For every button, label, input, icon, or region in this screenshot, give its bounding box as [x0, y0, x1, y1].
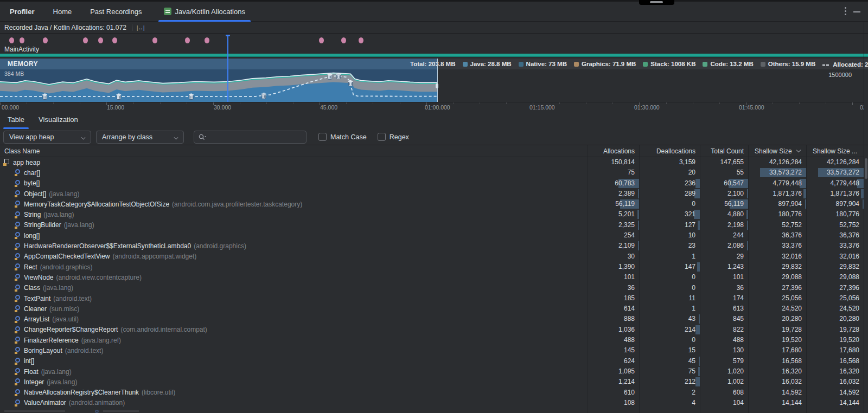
value-text: 17,680 [839, 345, 859, 356]
value-cell: 1,002 [700, 377, 748, 387]
gc-event-icon[interactable] [328, 73, 333, 79]
table-row[interactable]: AppCompatCheckedTextView(androidx.appcom… [0, 251, 864, 262]
allocation-event-dot[interactable] [341, 37, 346, 43]
table-row[interactable]: TextPaint(android.text)1851117425,05625,… [0, 293, 864, 304]
view-tab-visualization[interactable]: Visualization [39, 110, 78, 129]
value-text: 29 [737, 251, 744, 262]
allocation-event-dot[interactable] [98, 37, 103, 43]
table-row[interactable]: BoringLayout(android.text)1451513017,680… [0, 345, 864, 356]
table-row[interactable]: Integer(java.lang)1,2142121,00216,03216,… [0, 377, 864, 387]
value-cell: 147 [639, 262, 700, 272]
memory-chart[interactable]: 384 MB 1500000 [0, 69, 868, 102]
memory-header-selected-region [0, 59, 437, 69]
column-header-shallow-size[interactable]: Shallow Size [748, 147, 806, 155]
minimize-icon[interactable] [853, 11, 860, 12]
gc-event-icon[interactable] [336, 73, 341, 79]
tab-past-recordings[interactable]: Past Recordings [88, 2, 144, 22]
table-row[interactable]: app heap150,8143,159147,65542,126,28442,… [0, 157, 864, 167]
memory-legend: Total: 203.8 MBJava: 28.8 MBNative: 73 M… [410, 59, 868, 69]
table-row[interactable]: NativeAllocationRegistry$CleanerThunk(li… [0, 388, 864, 398]
table-row[interactable]: Rect(android.graphics)1,3901471,24329,83… [0, 262, 864, 272]
value-text: 29,832 [782, 262, 802, 272]
table-row[interactable]: StringBuilder(java.lang)2,3251272,19852,… [0, 220, 864, 230]
table-row[interactable]: String(java.lang)5,2013214,880180,776180… [0, 209, 864, 220]
value-text: 2,325 [618, 220, 635, 230]
tab-java-kotlin-allocations[interactable]: Java/Kotlin Allocations [158, 2, 251, 22]
gc-event-icon[interactable] [42, 94, 47, 100]
heap-select[interactable]: View app heap [3, 131, 91, 144]
column-header-shallow-size-2[interactable]: Shallow Size ... [806, 147, 864, 155]
value-cell: 1,036 [588, 325, 639, 335]
timeline-playhead[interactable] [227, 35, 228, 102]
allocation-event-dot[interactable] [20, 37, 24, 43]
column-header-deallocations[interactable]: Deallocations [639, 147, 700, 155]
more-options-icon[interactable] [845, 7, 846, 15]
selection-drag-handle[interactable] [436, 83, 438, 88]
table-row[interactable]: HardwareRendererObserver$$ExternalSynthe… [0, 241, 864, 251]
column-header-allocations[interactable]: Allocations [588, 147, 639, 155]
value-cell: 897,904 [748, 199, 806, 209]
table-row[interactable]: MemoryTaskCategory$AllocationTestObjectO… [0, 199, 864, 209]
table-row[interactable]: Cleaner(sun.misc)614161324,52024,520 [0, 304, 864, 314]
memory-chart-svg [0, 69, 437, 102]
match-case-checkbox[interactable] [318, 133, 327, 141]
gc-event-icon[interactable] [348, 80, 353, 86]
allocation-event-dot[interactable] [359, 37, 363, 43]
allocation-event-dot[interactable] [152, 37, 157, 43]
allocation-event-dot[interactable] [319, 37, 324, 43]
class-name: Object[] [24, 190, 46, 198]
view-tab-table[interactable]: Table [8, 110, 24, 129]
activity-lifecycle-bar[interactable] [0, 54, 868, 57]
allocation-event-dot[interactable] [9, 37, 14, 43]
allocation-event-dot[interactable] [205, 37, 209, 43]
value-text: 33,376 [782, 241, 802, 251]
value-text: 25,056 [839, 293, 859, 304]
gc-event-icon[interactable] [189, 94, 194, 100]
table-row[interactable]: Object[](java.lang)2,3892892,1001,871,37… [0, 189, 864, 199]
legend-item: Stack: 1008 KB [643, 61, 695, 67]
vertical-scrollbar[interactable] [865, 158, 867, 179]
class-name-cell: AppCompatCheckedTextView(androidx.appcom… [0, 253, 588, 260]
table-row[interactable]: Float(java.lang)1,095751,02016,32016,320 [0, 366, 864, 377]
table-row[interactable]: ValueAnimator(android.animation)10841041… [0, 398, 864, 408]
value-cell: 75 [588, 167, 639, 178]
table-row[interactable]: char[]75205533,573,27233,573,272 [0, 167, 864, 178]
tab-profiler[interactable]: Profiler [8, 2, 37, 22]
gc-event-icon[interactable] [116, 94, 121, 100]
arrange-select[interactable]: Arrange by class [96, 131, 184, 144]
table-row[interactable]: ViewNode(android.view.contentcapture)101… [0, 272, 864, 282]
allocation-event-dot[interactable] [185, 37, 190, 43]
search-input[interactable] [207, 133, 306, 141]
class-icon [14, 285, 21, 292]
value-text: 180,776 [778, 209, 802, 220]
search-box[interactable] [194, 131, 307, 144]
class-icon [14, 358, 21, 365]
table-row[interactable]: long[]2541024436,37636,376 [0, 230, 864, 241]
allocation-event-dot[interactable] [112, 37, 117, 43]
value-cell: 29,832 [806, 262, 864, 272]
class-name-cell: Object[](java.lang) [0, 190, 588, 198]
table-row[interactable]: ArrayList(java.util)8884384520,28020,280 [0, 314, 864, 324]
playhead-handle[interactable] [226, 35, 230, 36]
column-header-total-count[interactable]: Total Count [700, 147, 748, 155]
table-row[interactable]: ChangeReporter$ChangeReport(com.android.… [0, 325, 864, 335]
tab-home[interactable]: Home [51, 2, 74, 22]
table-row[interactable]: int[]6244557916,56816,568 [0, 356, 864, 366]
table-row[interactable]: Class(java.lang)3603627,39627,396 [0, 283, 864, 293]
package-name: (android.com.java.profilertester.taskcat… [172, 201, 302, 208]
value-text: 24,520 [782, 304, 802, 314]
column-header-class-name[interactable]: Class Name [0, 147, 588, 155]
legend-label: Stack: 1008 KB [650, 61, 695, 67]
allocation-event-dot[interactable] [83, 37, 88, 43]
value-bar [695, 179, 700, 188]
value-cell: 33,376 [748, 241, 806, 251]
table-row[interactable]: FinalizerReference(java.lang.ref)4880488… [0, 335, 864, 345]
value-cell: 1,243 [700, 262, 748, 272]
regex-checkbox[interactable] [378, 133, 386, 141]
value-cell: 1,095 [588, 366, 639, 377]
table-row[interactable]: byte[]60,78323660,5474,779,4484,779,448 [0, 178, 864, 189]
tab-label: Profiler [10, 8, 35, 16]
zoom-to-fit-icon[interactable]: |↔| [137, 24, 144, 31]
allocation-event-dot[interactable] [43, 37, 48, 43]
gc-event-icon[interactable] [261, 93, 266, 99]
